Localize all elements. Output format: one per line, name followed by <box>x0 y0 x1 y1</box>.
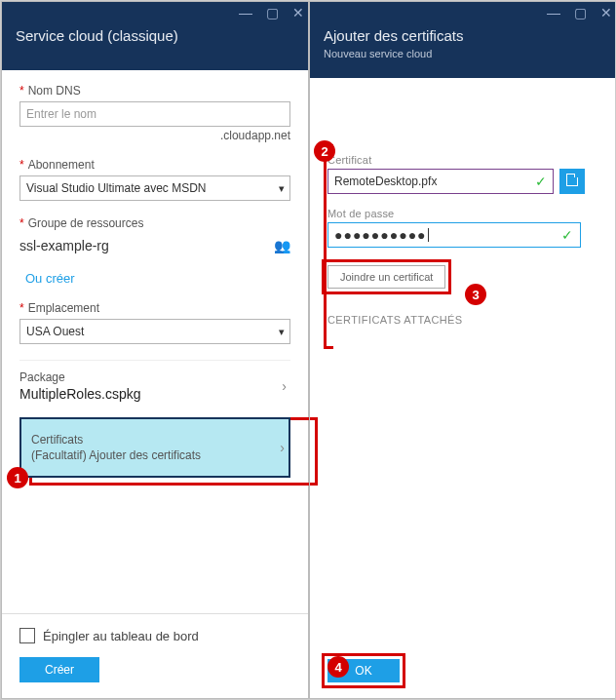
maximize-icon[interactable]: ▢ <box>266 6 279 19</box>
close-icon[interactable]: ✕ <box>600 6 612 19</box>
left-titlebar: ― ▢ ✕ Service cloud (classique) <box>2 2 308 70</box>
checkbox-icon[interactable] <box>19 628 35 643</box>
rg-row[interactable]: 👥 <box>19 234 290 257</box>
subscription-select[interactable]: ▾ <box>19 175 290 201</box>
resource-group-field: *Groupe de ressources 👥 <box>19 216 290 257</box>
dns-field: *Nom DNS .cloudapp.net <box>19 84 290 142</box>
cert-value: RemoteDesktop.pfx <box>334 175 437 188</box>
rg-label: Groupe de ressources <box>28 216 144 230</box>
create-button[interactable]: Créer <box>19 657 99 682</box>
cert-label: Certificat <box>327 154 598 166</box>
users-icon: 👥 <box>274 238 290 253</box>
package-value: MultipleRoles.cspkg <box>19 386 285 402</box>
create-rg-link[interactable]: Ou créer <box>25 271 75 286</box>
chevron-right-icon: › <box>282 378 287 394</box>
password-field: Mot de passe ●●●●●●●●●● ✓ <box>327 208 598 248</box>
folder-icon <box>566 177 578 186</box>
dns-suffix: .cloudapp.net <box>19 129 290 142</box>
certificates-nav[interactable]: Certificats (Facultatif) Ajouter des cer… <box>19 417 290 478</box>
attach-certificate-button[interactable]: Joindre un certificat <box>327 265 445 289</box>
browse-button[interactable] <box>559 169 585 194</box>
location-field: *Emplacement ▾ <box>19 301 290 344</box>
cert-field: Certificat RemoteDesktop.pfx ✓ <box>327 154 598 194</box>
cert-input[interactable]: RemoteDesktop.pfx ✓ <box>327 169 554 194</box>
text-cursor <box>428 228 429 242</box>
callout-badge-4: 4 <box>327 656 349 678</box>
pin-checkbox-row[interactable]: Épingler au tableau de bord <box>19 628 290 643</box>
subscription-label: Abonnement <box>28 158 95 172</box>
right-title: Ajouter des certificats <box>324 27 602 44</box>
left-bottom-bar: Épingler au tableau de bord Créer <box>2 613 308 698</box>
callout-badge-1: 1 <box>7 467 28 488</box>
password-value: ●●●●●●●●●● <box>334 227 427 243</box>
package-label: Package <box>19 370 285 384</box>
password-input[interactable]: ●●●●●●●●●● ✓ <box>327 222 581 248</box>
check-icon: ✓ <box>535 174 547 189</box>
location-value[interactable] <box>19 319 290 344</box>
right-titlebar: ― ▢ ✕ Ajouter des certificats Nouveau se… <box>310 2 616 78</box>
subscription-field: *Abonnement ▾ <box>19 158 290 201</box>
right-content: Certificat RemoteDesktop.pfx ✓ Mot de pa… <box>310 78 616 698</box>
subscription-value[interactable] <box>19 175 290 201</box>
left-content: *Nom DNS .cloudapp.net *Abonnement ▾ *Gr… <box>2 70 308 698</box>
attached-heading: CERTIFICATS ATTACHÉS <box>327 314 598 326</box>
callout-badge-2: 2 <box>314 140 335 162</box>
left-pane: ― ▢ ✕ Service cloud (classique) *Nom DNS… <box>1 1 309 699</box>
check-icon: ✓ <box>561 227 574 243</box>
minimize-icon[interactable]: ― <box>547 6 560 19</box>
rg-value[interactable] <box>19 234 274 257</box>
pin-label: Épingler au tableau de bord <box>43 629 199 643</box>
window-controls-right: ― ▢ ✕ <box>547 6 612 19</box>
cert-label: Certificats <box>31 433 283 447</box>
location-label: Emplacement <box>28 301 99 315</box>
right-pane: ― ▢ ✕ Ajouter des certificats Nouveau se… <box>309 1 616 699</box>
cert-sub: (Facultatif) Ajouter des certificats <box>31 448 283 462</box>
location-select[interactable]: ▾ <box>19 319 290 344</box>
left-title: Service cloud (classique) <box>16 27 294 44</box>
minimize-icon[interactable]: ― <box>239 6 252 19</box>
right-subtitle: Nouveau service cloud <box>324 48 602 59</box>
dns-input[interactable] <box>19 101 290 127</box>
close-icon[interactable]: ✕ <box>292 6 304 19</box>
window-controls-left: ― ▢ ✕ <box>239 6 304 19</box>
password-label: Mot de passe <box>327 208 598 219</box>
dns-label: Nom DNS <box>28 84 81 97</box>
chevron-right-icon: › <box>280 440 285 455</box>
package-nav[interactable]: Package MultipleRoles.cspkg › <box>19 360 290 411</box>
maximize-icon[interactable]: ▢ <box>574 6 587 19</box>
callout-badge-3: 3 <box>465 284 486 305</box>
